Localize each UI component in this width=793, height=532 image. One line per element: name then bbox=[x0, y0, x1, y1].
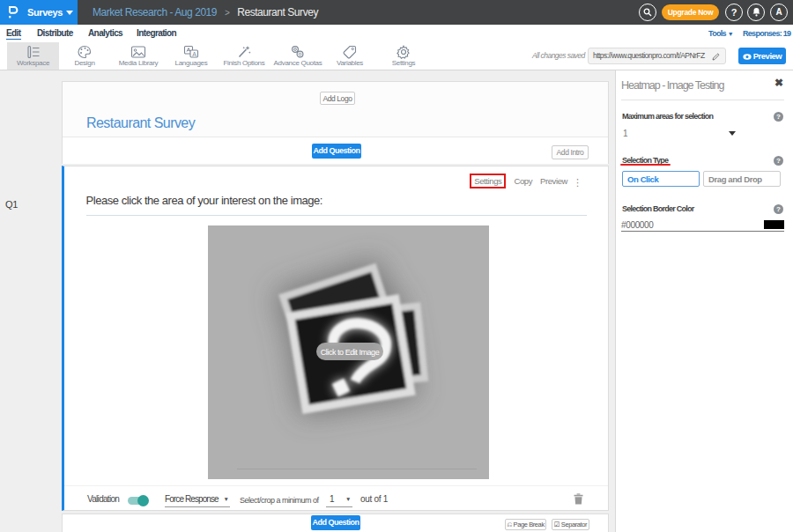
svg-text:A: A bbox=[192, 51, 196, 57]
svg-text:Click to Edit Image: Click to Edit Image bbox=[321, 348, 380, 357]
